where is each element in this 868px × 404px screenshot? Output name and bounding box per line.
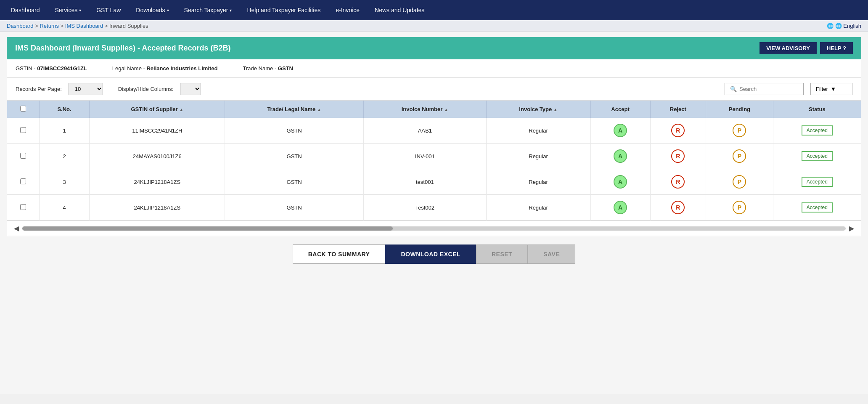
row-reject-1[interactable]: R bbox=[650, 144, 706, 169]
pending-button-1[interactable]: P bbox=[733, 149, 746, 163]
row-gstin-1: 24MAYAS0100J1Z6 bbox=[90, 144, 225, 169]
scroll-thumb bbox=[22, 226, 393, 231]
nav-item-help-and-taxpayer-facilities[interactable]: Help and Taxpayer Facilities bbox=[239, 0, 328, 20]
table-row: 1 11IMSCC2941N1ZH GSTN AAB1 Regular A R … bbox=[7, 118, 861, 144]
row-checkbox-3[interactable] bbox=[7, 195, 39, 221]
trade-name-value: GSTN bbox=[278, 65, 293, 72]
save-button[interactable]: SAVE bbox=[528, 245, 575, 264]
footer-buttons: BACK TO SUMMARY DOWNLOAD EXCEL RESET SAV… bbox=[7, 245, 861, 264]
col-invoice-type[interactable]: Invoice Type ▲ bbox=[486, 101, 590, 118]
row-checkbox-0[interactable] bbox=[7, 118, 39, 144]
row-reject-3[interactable]: R bbox=[650, 195, 706, 221]
legal-name-label: Legal Name - bbox=[112, 65, 145, 72]
reject-button-3[interactable]: R bbox=[671, 201, 685, 214]
language-icon: 🌐 bbox=[827, 23, 834, 29]
row-select-3[interactable] bbox=[20, 204, 26, 210]
row-status-1: Accepted bbox=[773, 144, 861, 169]
row-accept-0[interactable]: A bbox=[590, 118, 650, 144]
col-sno: S.No. bbox=[39, 101, 90, 118]
display-hide-select[interactable] bbox=[180, 83, 201, 95]
trade-name-label: Trade Name - bbox=[243, 65, 277, 72]
legal-name-value: Reliance Industries Limited bbox=[146, 65, 217, 72]
scroll-right-button[interactable]: ▶ bbox=[847, 224, 856, 232]
status-badge-0: Accepted bbox=[802, 125, 833, 136]
type-sort-icon: ▲ bbox=[553, 107, 558, 112]
accept-button-0[interactable]: A bbox=[614, 124, 627, 137]
header-panel: IMS Dashboard (Inward Supplies) - Accept… bbox=[7, 37, 861, 59]
row-accept-2[interactable]: A bbox=[590, 169, 650, 195]
row-invoice-number-0: AAB1 bbox=[364, 118, 487, 144]
scroll-track[interactable] bbox=[22, 226, 846, 231]
nav-bar: DashboardServices ▾GST LawDownloads ▾Sea… bbox=[0, 0, 868, 20]
reject-button-2[interactable]: R bbox=[671, 175, 685, 189]
gstin-info: GSTIN - 07IMSCC2941G1ZL bbox=[16, 65, 87, 72]
nav-item-gst-law[interactable]: GST Law bbox=[89, 0, 128, 20]
status-badge-1: Accepted bbox=[802, 151, 833, 161]
select-all-checkbox[interactable] bbox=[20, 106, 26, 112]
language-selector[interactable]: 🌐 🌐 English bbox=[827, 23, 861, 29]
breadcrumb-dashboard[interactable]: Dashboard bbox=[7, 23, 34, 29]
legal-name-info: Legal Name - Reliance Industries Limited bbox=[112, 65, 218, 72]
filter-box[interactable]: Filter ▼ bbox=[810, 83, 852, 95]
row-pending-2[interactable]: P bbox=[706, 169, 773, 195]
breadcrumb-ims[interactable]: IMS Dashboard bbox=[65, 23, 103, 29]
back-to-summary-button[interactable]: BACK TO SUMMARY bbox=[293, 245, 386, 264]
col-checkbox[interactable] bbox=[7, 101, 39, 118]
pending-button-3[interactable]: P bbox=[733, 201, 746, 214]
row-pending-0[interactable]: P bbox=[706, 118, 773, 144]
breadcrumb-returns[interactable]: Returns bbox=[40, 23, 59, 29]
accept-button-3[interactable]: A bbox=[614, 201, 627, 214]
row-select-0[interactable] bbox=[20, 127, 26, 133]
records-per-page-label: Records Per Page: bbox=[16, 86, 62, 92]
language-label: 🌐 English bbox=[835, 23, 861, 29]
nav-item-downloads[interactable]: Downloads ▾ bbox=[128, 0, 176, 20]
help-button[interactable]: HELP ? bbox=[820, 42, 853, 54]
nav-item-e-invoice[interactable]: e-Invoice bbox=[328, 0, 367, 20]
gstin-sort-icon: ▲ bbox=[179, 107, 183, 112]
row-select-1[interactable] bbox=[20, 153, 26, 159]
row-reject-0[interactable]: R bbox=[650, 118, 706, 144]
nav-item-news-and-updates[interactable]: News and Updates bbox=[367, 0, 432, 20]
reset-button[interactable]: RESET bbox=[476, 245, 528, 264]
nav-item-services[interactable]: Services ▾ bbox=[48, 0, 89, 20]
search-input[interactable] bbox=[739, 86, 798, 92]
pending-button-2[interactable]: P bbox=[733, 175, 746, 189]
reject-button-0[interactable]: R bbox=[671, 124, 685, 137]
gstin-value: 07IMSCC2941G1ZL bbox=[37, 65, 87, 72]
page-content: IMS Dashboard (Inward Supplies) - Accept… bbox=[0, 32, 868, 394]
row-checkbox-1[interactable] bbox=[7, 144, 39, 169]
row-checkbox-2[interactable] bbox=[7, 169, 39, 195]
row-sno-2: 3 bbox=[39, 169, 90, 195]
trade-name-info: Trade Name - GSTN bbox=[243, 65, 293, 72]
row-trade-name-2: GSTN bbox=[225, 169, 364, 195]
col-invoice-number[interactable]: Invoice Number ▲ bbox=[364, 101, 487, 118]
filter-label: Filter bbox=[816, 86, 828, 92]
row-accept-1[interactable]: A bbox=[590, 144, 650, 169]
scroll-row: ◀ ▶ bbox=[7, 221, 861, 236]
chevron-down-icon: ▾ bbox=[79, 8, 81, 13]
col-gstin[interactable]: GSTIN of Supplier ▲ bbox=[90, 101, 225, 118]
row-invoice-number-3: Test002 bbox=[364, 195, 487, 221]
col-trade-name[interactable]: Trade/ Legal Name ▲ bbox=[225, 101, 364, 118]
gstin-label: GSTIN - bbox=[16, 65, 36, 72]
download-excel-button[interactable]: DOWNLOAD EXCEL bbox=[385, 245, 476, 264]
row-accept-3[interactable]: A bbox=[590, 195, 650, 221]
controls-row: Records Per Page: 10 20 50 100 Display/H… bbox=[7, 78, 861, 101]
scroll-left-button[interactable]: ◀ bbox=[12, 224, 21, 232]
reject-button-1[interactable]: R bbox=[671, 149, 685, 163]
pending-button-0[interactable]: P bbox=[733, 124, 746, 137]
search-icon: 🔍 bbox=[730, 86, 737, 92]
row-gstin-0: 11IMSCC2941N1ZH bbox=[90, 118, 225, 144]
accept-button-1[interactable]: A bbox=[614, 149, 627, 163]
row-pending-3[interactable]: P bbox=[706, 195, 773, 221]
row-pending-1[interactable]: P bbox=[706, 144, 773, 169]
info-row: GSTIN - 07IMSCC2941G1ZL Legal Name - Rel… bbox=[7, 59, 861, 78]
row-reject-2[interactable]: R bbox=[650, 169, 706, 195]
records-per-page-select[interactable]: 10 20 50 100 bbox=[69, 83, 103, 95]
nav-item-dashboard[interactable]: Dashboard bbox=[3, 0, 48, 20]
nav-item-search-taxpayer[interactable]: Search Taxpayer ▾ bbox=[177, 0, 240, 20]
view-advisory-button[interactable]: VIEW ADVISORY bbox=[760, 42, 817, 54]
accept-button-2[interactable]: A bbox=[614, 175, 627, 189]
row-select-2[interactable] bbox=[20, 178, 26, 184]
filter-icon: ▼ bbox=[831, 86, 836, 92]
